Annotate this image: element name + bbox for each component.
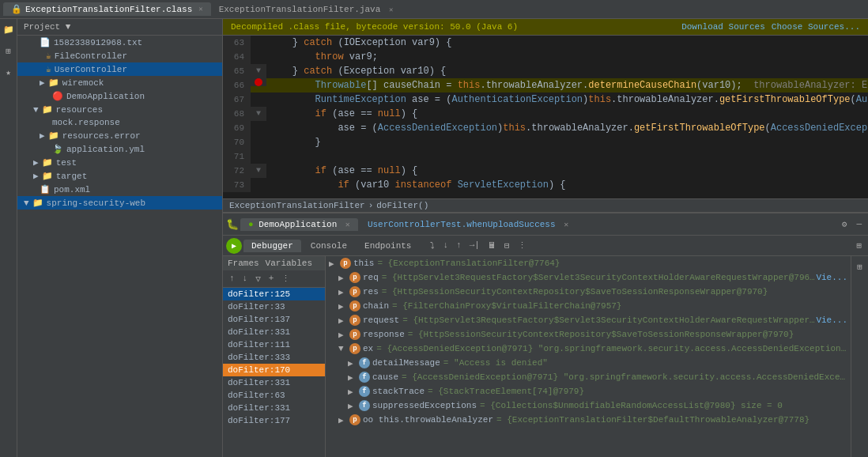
project-header: Project ▼ (17, 19, 222, 36)
var-expand-res[interactable]: ▶ (338, 287, 349, 297)
tab-console[interactable]: Console (303, 240, 355, 252)
tab-debugger[interactable]: Debugger (243, 240, 301, 252)
var-icon-req: p (349, 272, 360, 283)
frame-dofilter-331[interactable]: doFilter:331 (223, 326, 325, 338)
tree-item-target[interactable]: ▶ 📁 target (17, 169, 222, 183)
var-cause: ▶ f cause = {AccessDeniedException@7971}… (326, 370, 851, 384)
frames-panel: Frames Variables ↑ ↓ ▽ + ⋮ doFilter:125 … (223, 256, 326, 457)
gutter-72: ▼ (251, 164, 266, 178)
var-expand-analyzer[interactable]: ▶ (338, 415, 349, 425)
session-demo-app[interactable]: ● DemoApplication ✕ (240, 218, 358, 231)
line-content-63: } catch (IOException var9) { (266, 36, 868, 50)
project-sidebar: Project ▼ 📄 1582338912968.txt ☕ FileCont… (17, 19, 223, 457)
step-into-icon[interactable]: ↓ (440, 239, 451, 252)
tree-item-test[interactable]: ▶ 📁 test (17, 156, 222, 169)
columns-icon[interactable]: ⊞ (853, 240, 865, 252)
resume-button[interactable]: ▶ (226, 238, 242, 254)
choose-sources-link[interactable]: Choose Sources... (772, 22, 860, 32)
tab-exception-filter[interactable]: 🔒 ExceptionTranslationFilter.class ✕ (3, 2, 211, 16)
session-close-1[interactable]: ✕ (345, 221, 350, 229)
tree-item-txt[interactable]: 📄 1582338912968.txt (17, 36, 222, 49)
var-expand-request[interactable]: ▶ (338, 315, 349, 326)
tree-item-pom[interactable]: 📋 pom.xml (17, 183, 222, 196)
tree-item-res-error[interactable]: ▶ 📁 resources.error (17, 129, 222, 142)
tree-item-resources[interactable]: ▼ 📁 resources (17, 103, 222, 116)
folder-icon-img-3: 📁 (42, 157, 53, 168)
line-num-64: 64 (223, 50, 251, 64)
minimize-icon[interactable]: — (853, 217, 865, 231)
var-icon-this: p (340, 258, 351, 269)
tree-item-demo-app[interactable]: 🔴 DemoApplication (17, 89, 222, 103)
tab-close-icon[interactable]: ✕ (198, 5, 202, 13)
tab-exception-java[interactable]: ExceptionTranslationFilter.java ✕ (211, 3, 402, 16)
frame-down-icon[interactable]: ↓ (240, 272, 251, 285)
decompiled-banner: Decompiled .class file, bytecode version… (223, 19, 868, 36)
session-close-2[interactable]: ✕ (564, 221, 568, 229)
expand-icon-4: ▼ (24, 198, 29, 208)
frame-dofilter-111[interactable]: doFilter:111 (223, 338, 325, 351)
tree-item-wiremock[interactable]: ▶ 📁 wiremock (17, 76, 222, 89)
frame-dofilter-63[interactable]: doFilter:63 (223, 389, 325, 402)
var-throwable-analyzer: ▶ p oo this.throwableAnalyzer = {Excepti… (326, 413, 851, 427)
settings-icon[interactable]: ⚙ (839, 217, 851, 231)
frame-dofilter-331b[interactable]: doFilter:331 (223, 376, 325, 389)
tab-endpoints[interactable]: Endpoints (357, 240, 419, 252)
var-suppressed: ▶ f suppressedExceptions = {Collections$… (326, 398, 851, 413)
line-num-67: 67 (223, 93, 251, 107)
var-expand-cause[interactable]: ▶ (348, 372, 359, 383)
green-dot: ● (248, 220, 254, 229)
var-expand-ex[interactable]: ▼ (338, 344, 349, 353)
var-expand-req[interactable]: ▶ (338, 273, 349, 283)
frames-icon[interactable]: ⊟ (501, 239, 513, 252)
var-expand-suppressed[interactable]: ▶ (348, 401, 359, 411)
line-num-66: 66 (223, 78, 251, 93)
folder-icon-img-5: 📁 (32, 198, 43, 208)
line-content-65: } catch (Exception var10) { (266, 64, 868, 78)
var-icon-stack: f (359, 386, 370, 397)
tab-close-icon-2[interactable]: ✕ (389, 6, 393, 14)
session-test[interactable]: UserControllerTest.whenUploadSuccess ✕ (360, 218, 576, 231)
frame-dofilter-170[interactable]: doFilter:170 (223, 364, 325, 376)
var-expand-stack[interactable]: ▶ (348, 387, 359, 397)
evaluate-icon[interactable]: 🖩 (485, 239, 500, 252)
project-icon[interactable]: 📁 (1, 22, 17, 37)
var-expand-response[interactable]: ▶ (338, 330, 349, 340)
frame-dofilter-177[interactable]: doFilter:177 (223, 414, 325, 427)
frame-dofilter-333[interactable]: doFilter:333 (223, 351, 325, 364)
download-sources-link[interactable]: Download Sources (681, 22, 765, 32)
tree-item-spring-security[interactable]: ▼ 📁 spring-security-web (17, 196, 222, 210)
tree-item-user-controller[interactable]: ☕ UserController (17, 62, 222, 76)
step-over-icon[interactable]: ⤵ (427, 239, 438, 252)
tree-item-app-yml[interactable]: 🍃 application.yml (17, 142, 222, 156)
req-link[interactable]: Vie... (816, 273, 847, 282)
folder-icon-img: 📁 (48, 77, 59, 88)
debug-icon: 🐛 (226, 218, 239, 231)
frame-add-icon[interactable]: + (266, 272, 277, 285)
frame-more-icon[interactable]: ⋮ (278, 272, 293, 285)
right-icon-1[interactable]: ⊞ (855, 259, 865, 274)
structure-icon[interactable]: ⊞ (3, 43, 13, 59)
frame-dofilter-137[interactable]: doFilter:137 (223, 313, 325, 326)
frame-dofilter-33[interactable]: doFilter:33 (223, 300, 325, 313)
frame-filter-icon[interactable]: ▽ (252, 272, 264, 285)
var-expand-detail[interactable]: ▶ (348, 358, 359, 368)
frame-dofilter-125[interactable]: doFilter:125 (223, 288, 325, 300)
debug-content: Frames Variables ↑ ↓ ▽ + ⋮ doFilter:125 … (223, 256, 868, 457)
line-content-69: ase = (AccessDeniedException)this.throwa… (266, 121, 868, 135)
frame-dofilter-331c[interactable]: doFilter:331 (223, 402, 325, 414)
step-out-icon[interactable]: ↑ (453, 239, 465, 252)
tree-item-file-controller[interactable]: ☕ FileController (17, 49, 222, 62)
debug-session-tabs: 🐛 ● DemoApplication ✕ UserControllerTest… (223, 213, 868, 236)
var-ex: ▼ p ex = {AccessDeniedException@7971} "o… (326, 342, 851, 356)
decompiled-text: Decompiled .class file, bytecode version… (231, 22, 518, 32)
line-content-70: } (266, 135, 868, 149)
code-line-73: 73 if (var10 instanceof ServletException… (223, 178, 868, 192)
frame-up-icon[interactable]: ↑ (226, 272, 238, 285)
more-icon[interactable]: ⋮ (515, 239, 530, 252)
var-expand-this[interactable]: ▶ (329, 259, 340, 269)
tree-item-mock[interactable]: mock.response (17, 116, 222, 129)
run-to-cursor-icon[interactable]: →| (466, 239, 483, 252)
request-link[interactable]: Vie... (816, 315, 847, 325)
var-expand-chain[interactable]: ▶ (338, 301, 349, 312)
favorites-icon[interactable]: ★ (3, 65, 13, 80)
